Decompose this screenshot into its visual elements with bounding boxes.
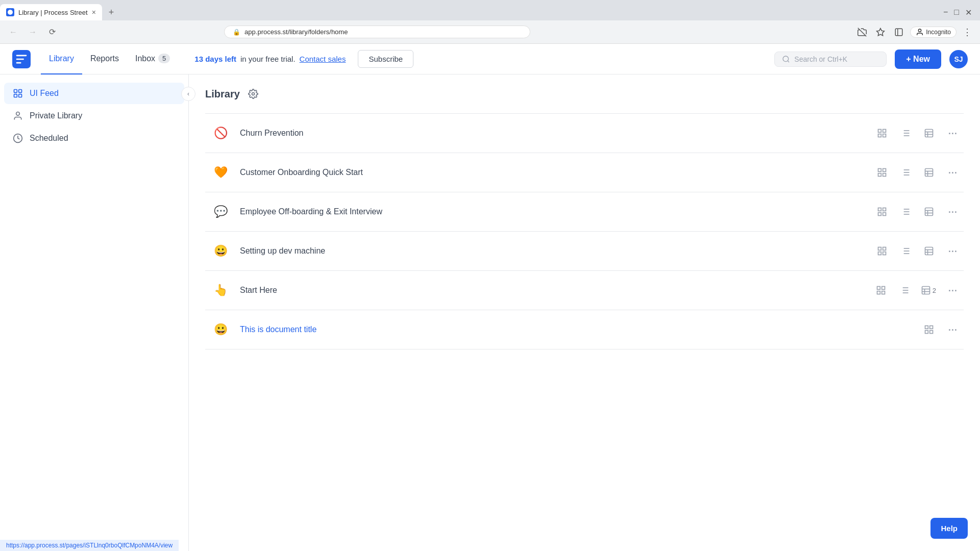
more-menu-churn[interactable]: ⋯ [945,126,960,140]
sidebar-item-ui-feed[interactable]: UI Feed [4,83,184,104]
checklist-icon-offboarding[interactable] [875,205,889,219]
table-row: 👆 Start Here 2 ⋯ [205,271,964,310]
camera-off-icon[interactable] [855,25,869,39]
subscribe-button[interactable]: Subscribe [358,50,413,68]
row-title-churn[interactable]: Churn Prevention [240,129,875,138]
row-title-dev[interactable]: Setting up dev machine [240,246,875,256]
forward-button[interactable]: → [26,25,40,39]
table-row: 🧡 Customer Onboarding Quick Start ⋯ [205,153,964,192]
browser-menu-button[interactable]: ⋮ [961,24,974,40]
library-title: Library [205,88,240,100]
checklist-icon-churn[interactable] [875,126,889,140]
svg-point-14 [252,93,254,95]
table-icon-with-badge-start[interactable]: 2 [921,285,936,295]
svg-rect-8 [14,90,17,93]
checklist-icon-doc[interactable] [922,322,936,337]
list-icon-onboarding[interactable] [898,165,913,180]
minimize-icon[interactable]: − [943,8,948,17]
svg-rect-15 [878,130,881,133]
back-button[interactable]: ← [6,25,20,39]
logo[interactable] [12,50,31,68]
reload-button[interactable]: ⟳ [45,25,59,39]
browser-tab[interactable]: Library | Process Street × [0,4,102,20]
more-menu-start[interactable]: ⋯ [945,283,960,297]
row-icon-doc: 😀 [209,318,232,341]
checklist-icon-dev[interactable] [875,244,889,258]
table-icon-offboarding[interactable] [922,205,936,219]
close-window-icon[interactable]: ✕ [965,8,972,17]
svg-rect-46 [883,213,886,216]
row-title-doc[interactable]: This is document title [240,325,922,334]
avatar[interactable]: SJ [949,50,968,68]
row-icon-churn: 🚫 [209,122,232,144]
table-icon-dev[interactable] [922,244,936,258]
browser-tab-controls: − □ ✕ [943,8,980,17]
list-icon-churn[interactable] [898,126,913,140]
row-title-onboarding[interactable]: Customer Onboarding Quick Start [240,168,875,177]
tab-title: Library | Process Street [18,9,88,16]
table-row: 😀 Setting up dev machine ⋯ [205,232,964,271]
more-menu-onboarding[interactable]: ⋯ [945,165,960,180]
svg-rect-72 [881,287,885,290]
row-title-offboarding[interactable]: Employee Off-boarding & Exit Interview [240,207,875,216]
new-button[interactable]: + New [895,49,941,69]
sidebar-item-scheduled[interactable]: Scheduled [4,128,184,149]
checklist-icon-onboarding[interactable] [875,165,889,180]
nav-reports[interactable]: Reports [82,44,127,74]
grid-icon [12,88,23,99]
help-button[interactable]: Help [930,518,968,539]
incognito-badge[interactable]: Incognito [910,27,957,38]
svg-marker-2 [877,28,885,35]
table-icon-onboarding[interactable] [922,165,936,180]
collapse-sidebar-button[interactable]: ‹ [181,87,195,101]
tab-close-button[interactable]: × [92,8,96,16]
row-title-start[interactable]: Start Here [240,286,874,295]
address-field[interactable]: 🔒 app.process.st/library/folders/home [224,26,530,38]
svg-rect-85 [925,326,928,329]
svg-rect-67 [925,247,933,255]
more-menu-dev[interactable]: ⋯ [945,244,960,258]
row-icon-dev: 😀 [209,240,232,262]
svg-rect-31 [878,173,881,177]
sidebar-item-label-private-library: Private Library [30,111,82,120]
svg-line-1 [858,28,867,36]
list-icon-dev[interactable] [898,244,913,258]
row-icon-onboarding: 🧡 [209,161,232,184]
svg-rect-32 [883,173,886,177]
checklist-icon-start[interactable] [874,283,888,297]
table-icon-churn[interactable] [922,126,936,140]
list-icon-start[interactable] [897,283,912,297]
svg-rect-59 [878,252,881,255]
new-tab-button[interactable]: + [104,5,118,19]
sidebar-item-label-ui-feed: UI Feed [30,89,59,98]
nav-inbox[interactable]: Inbox 5 [127,44,178,74]
search-bar[interactable]: Search or Ctrl+K [774,52,887,67]
inbox-badge: 5 [158,54,170,63]
more-menu-doc[interactable]: ⋯ [945,322,960,337]
maximize-icon[interactable]: □ [954,8,959,17]
row-actions-offboarding: ⋯ [875,205,960,219]
svg-rect-60 [883,252,886,255]
trial-text: in your free trial. [240,55,296,63]
library-header: Library [205,87,964,101]
library-settings-icon[interactable] [246,87,260,101]
svg-rect-53 [925,208,933,216]
lock-icon: 🔒 [233,29,240,36]
star-icon[interactable] [873,25,888,39]
svg-rect-71 [877,287,880,290]
sidebar-item-private-library[interactable]: Private Library [4,105,184,127]
svg-rect-3 [896,29,903,36]
svg-rect-17 [878,134,881,137]
row-icon-offboarding: 💬 [209,201,232,223]
sidebar-icon[interactable] [892,25,906,39]
list-icon-offboarding[interactable] [898,205,913,219]
more-menu-offboarding[interactable]: ⋯ [945,205,960,219]
status-bar: https://app.process.st/pages/iSTLlnq0rbo… [0,540,179,551]
sidebar-item-label-scheduled: Scheduled [30,134,68,143]
table-row: 😀 This is document title ⋯ [205,310,964,349]
row-actions-churn: ⋯ [875,126,960,140]
nav-library[interactable]: Library [41,44,82,74]
contact-sales-link[interactable]: Contact sales [300,55,346,63]
svg-rect-39 [925,169,933,177]
incognito-label: Incognito [926,29,951,36]
